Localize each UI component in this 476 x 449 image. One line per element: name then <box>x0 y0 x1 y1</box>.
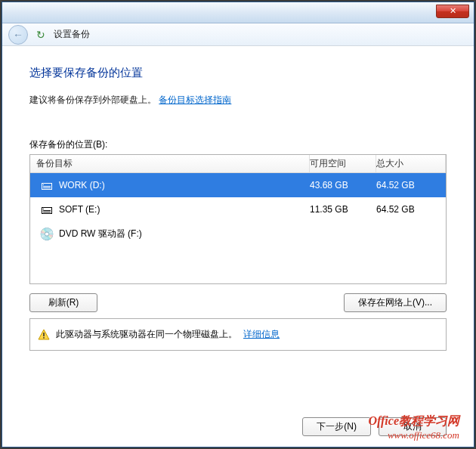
drive-free: 43.68 GB <box>310 180 376 190</box>
drive-name: DVD RW 驱动器 (F:) <box>59 228 142 240</box>
info-text: 此驱动器与系统驱动器在同一个物理磁盘上。 <box>56 328 237 341</box>
dialog-window: ✕ ← ↻ 设置备份 选择要保存备份的位置 建议将备份保存到外部硬盘上。 备份目… <box>2 2 474 447</box>
drive-listview[interactable]: 备份目标 可用空间 总大小 🖴 WORK (D:) 43.68 GB 64.52… <box>29 154 447 284</box>
recommendation-text: 建议将备份保存到外部硬盘上。 备份目标选择指南 <box>29 94 447 107</box>
page-heading: 选择要保存备份的位置 <box>29 66 447 80</box>
refresh-button[interactable]: 刷新(R) <box>29 293 97 312</box>
svg-rect-1 <box>43 333 45 336</box>
column-free[interactable]: 可用空间 <box>310 155 376 172</box>
close-icon: ✕ <box>450 6 456 15</box>
footer-buttons: 下一步(N) 取消 <box>302 417 447 436</box>
drive-free: 11.35 GB <box>310 204 376 215</box>
cancel-button[interactable]: 取消 <box>379 417 447 436</box>
titlebar: ✕ <box>2 2 474 23</box>
next-button[interactable]: 下一步(N) <box>302 417 371 436</box>
drive-row[interactable]: 🖴 WORK (D:) 43.68 GB 64.52 GB <box>30 173 446 197</box>
app-title: 设置备份 <box>54 28 90 41</box>
info-box: 此驱动器与系统驱动器在同一个物理磁盘上。 详细信息 <box>29 318 447 351</box>
warning-icon <box>38 329 50 341</box>
column-total[interactable]: 总大小 <box>376 155 446 172</box>
guide-link[interactable]: 备份目标选择指南 <box>159 94 231 105</box>
dvd-drive-icon: 💿 <box>36 227 57 241</box>
hard-drive-icon: 🖴 <box>36 203 57 216</box>
recommendation-prefix: 建议将备份保存到外部硬盘上。 <box>29 94 156 105</box>
save-network-button[interactable]: 保存在网络上(V)... <box>344 293 447 312</box>
button-row: 刷新(R) 保存在网络上(V)... <box>29 293 447 312</box>
svg-rect-2 <box>43 337 45 339</box>
backup-app-icon: ↻ <box>34 28 48 42</box>
details-link[interactable]: 详细信息 <box>243 328 280 341</box>
content-area: 选择要保存备份的位置 建议将备份保存到外部硬盘上。 备份目标选择指南 保存备份的… <box>2 46 474 358</box>
navbar: ← ↻ 设置备份 <box>2 23 474 46</box>
drive-total: 64.52 GB <box>376 204 446 215</box>
back-button[interactable]: ← <box>8 25 28 45</box>
close-button[interactable]: ✕ <box>436 5 469 18</box>
list-label: 保存备份的位置(B): <box>29 138 447 151</box>
hard-drive-icon: 🖴 <box>36 178 57 192</box>
drive-total: 64.52 GB <box>376 180 446 190</box>
list-header: 备份目标 可用空间 总大小 <box>30 155 446 173</box>
drive-row[interactable]: 🖴 SOFT (E:) 11.35 GB 64.52 GB <box>30 197 446 221</box>
back-arrow-icon: ← <box>13 29 23 41</box>
drive-row[interactable]: 💿 DVD RW 驱动器 (F:) <box>30 221 446 246</box>
drive-name: WORK (D:) <box>59 180 105 190</box>
column-target[interactable]: 备份目标 <box>30 155 310 172</box>
drive-name: SOFT (E:) <box>59 204 100 215</box>
